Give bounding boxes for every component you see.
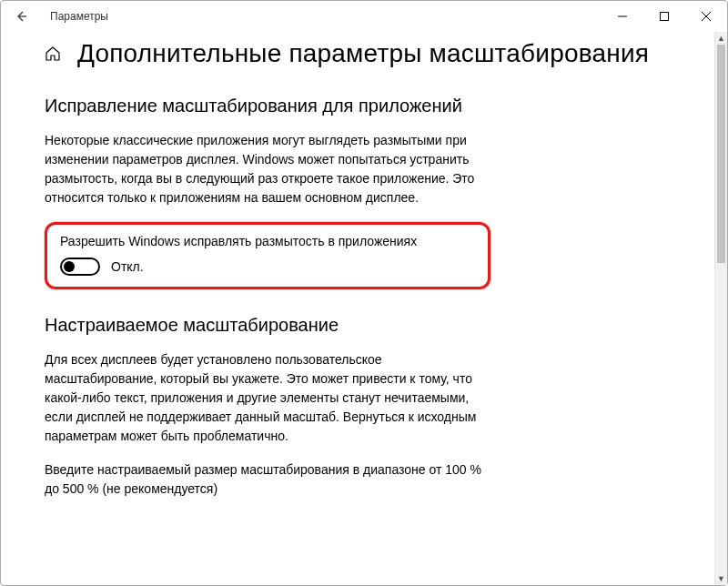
fix-blur-toggle[interactable]: [60, 258, 100, 276]
scroll-up-icon[interactable]: ▲: [715, 32, 727, 45]
page-title: Дополнительные параметры масштабирования: [77, 39, 649, 68]
minimize-icon: [618, 12, 627, 21]
back-button[interactable]: [14, 9, 28, 24]
scroll-down-icon[interactable]: ▼: [715, 572, 727, 585]
close-button[interactable]: [685, 1, 727, 32]
fix-blur-toggle-label: Разрешить Windows исправлять размытость …: [60, 234, 475, 248]
section-custom-scaling: Настраиваемое масштабирование Для всех д…: [45, 313, 683, 499]
page-header: Дополнительные параметры масштабирования: [45, 39, 683, 68]
minimize-button[interactable]: [602, 1, 643, 32]
window-title: Параметры: [50, 10, 108, 23]
back-arrow-icon: [15, 10, 27, 23]
section-custom-scaling-description: Для всех дисплеев будет установлено поль…: [45, 350, 481, 446]
scroll-thumb[interactable]: [717, 45, 725, 263]
titlebar: Параметры: [1, 1, 727, 32]
section-scaling-fix-heading: Исправление масштабирования для приложен…: [45, 94, 683, 118]
fix-blur-toggle-state: Откл.: [111, 259, 144, 274]
maximize-button[interactable]: [643, 1, 685, 32]
toggle-row: Откл.: [60, 258, 475, 276]
highlighted-toggle-area: Разрешить Windows исправлять размытость …: [45, 222, 490, 289]
section-custom-scaling-heading: Настраиваемое масштабирование: [45, 313, 683, 338]
svg-rect-1: [661, 13, 669, 21]
settings-window: Параметры Дополнительные параметры масшт…: [0, 0, 728, 586]
custom-scaling-hint: Введите настраиваемый размер масштабиров…: [45, 460, 481, 499]
home-icon[interactable]: [45, 45, 61, 62]
close-icon: [702, 12, 711, 21]
section-scaling-fix-description: Некоторые классические приложения могут …: [45, 131, 481, 207]
maximize-icon: [660, 12, 669, 21]
content-area: Дополнительные параметры масштабирования…: [1, 32, 727, 585]
vertical-scrollbar[interactable]: ▲ ▼: [714, 32, 727, 585]
